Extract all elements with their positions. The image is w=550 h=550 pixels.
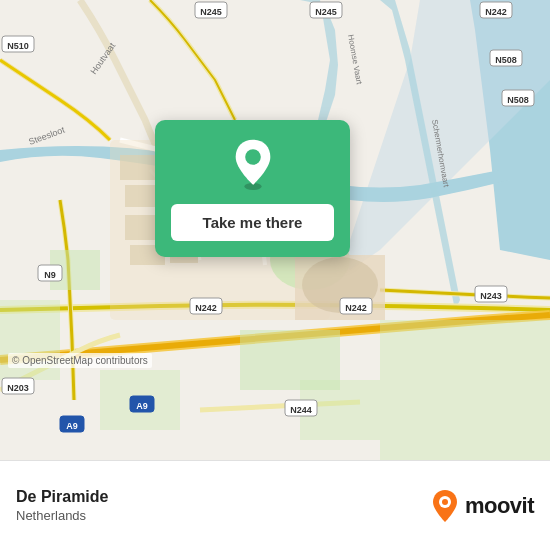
svg-rect-22 <box>0 300 60 380</box>
svg-text:N245: N245 <box>200 7 222 17</box>
location-name: De Piramide <box>16 488 108 506</box>
moovit-logo: moovit <box>431 489 534 523</box>
svg-text:N243: N243 <box>480 291 502 301</box>
moovit-pin-icon <box>431 489 459 523</box>
map-container: N510 N245 N245 N242 N508 N508 N9 N242 N2… <box>0 0 550 460</box>
svg-rect-7 <box>125 185 155 207</box>
moovit-text: moovit <box>465 493 534 519</box>
svg-rect-2 <box>120 155 155 180</box>
svg-text:N203: N203 <box>7 383 29 393</box>
svg-text:A9: A9 <box>136 401 148 411</box>
location-country: Netherlands <box>16 508 108 523</box>
svg-text:N9: N9 <box>44 270 56 280</box>
bottom-left: De Piramide Netherlands <box>16 488 108 523</box>
bottom-bar: De Piramide Netherlands moovit <box>0 460 550 550</box>
svg-text:N242: N242 <box>485 7 507 17</box>
svg-text:N242: N242 <box>345 303 367 313</box>
svg-rect-23 <box>380 320 550 460</box>
osm-credit: © OpenStreetMap contributors <box>8 353 152 368</box>
svg-point-62 <box>245 149 261 165</box>
svg-text:N245: N245 <box>315 7 337 17</box>
svg-text:N508: N508 <box>495 55 517 65</box>
popup-card: Take me there <box>155 120 350 257</box>
svg-point-64 <box>442 499 448 505</box>
take-me-there-button[interactable]: Take me there <box>171 204 334 241</box>
svg-text:N508: N508 <box>507 95 529 105</box>
svg-text:A9: A9 <box>66 421 78 431</box>
location-pin-icon <box>227 138 279 190</box>
svg-text:N242: N242 <box>195 303 217 313</box>
svg-text:N510: N510 <box>7 41 29 51</box>
svg-text:N244: N244 <box>290 405 312 415</box>
